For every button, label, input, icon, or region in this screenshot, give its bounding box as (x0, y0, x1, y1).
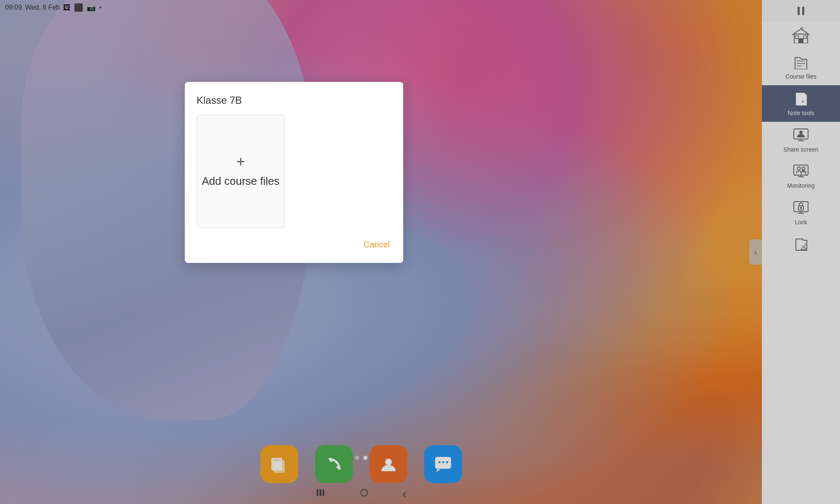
add-course-files-label: Add course files (202, 174, 280, 189)
modal-overlay: Klasse 7B + Add course files Cancel (0, 0, 840, 504)
add-course-plus-icon: + (236, 154, 245, 169)
modal-title: Klasse 7B (197, 94, 391, 106)
add-course-files-button[interactable]: + Add course files (197, 115, 285, 228)
modal-footer: Cancel (197, 236, 391, 253)
cancel-button[interactable]: Cancel (362, 236, 391, 253)
modal-dialog: Klasse 7B + Add course files Cancel (185, 82, 403, 263)
